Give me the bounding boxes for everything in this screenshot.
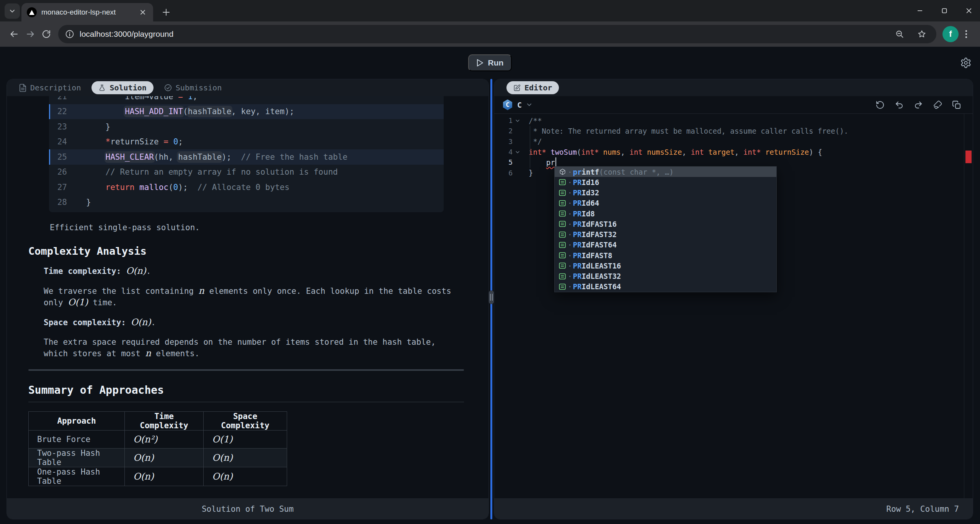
suggestion-item[interactable]: ·PRId16 [555, 177, 776, 187]
code-line: 26 // Return an empty array if no soluti… [49, 165, 444, 180]
panel-resize-divider[interactable] [490, 79, 492, 519]
reload-icon[interactable] [38, 26, 54, 42]
problem-panel: Description Solution Submission [7, 79, 489, 519]
suggestion-item[interactable]: ·PRIdLEAST64 [555, 282, 776, 292]
problem-footer-text: Solution of Two Sum [202, 504, 294, 514]
snippet-icon [558, 283, 567, 290]
table-header-cell: Approach [29, 412, 125, 431]
url-text: localhost:3000/playground [80, 29, 173, 39]
code-line: 25 HASH_CLEAR(hh, hashTable); // Free th… [49, 149, 444, 165]
code-line: 24 *returnSize = 0; [49, 134, 444, 150]
editor-line: 2 * Note: The returned array must be mal… [494, 126, 973, 136]
workspace: Description Solution Submission [7, 79, 973, 519]
problem-tabs: Description Solution Submission [7, 79, 488, 96]
tab-close-icon[interactable] [138, 7, 148, 17]
suggestion-item[interactable]: ·PRId8 [555, 208, 776, 219]
editor-strip: Editor [494, 79, 973, 96]
complexity-paragraphs: Time complexity: O(n).We traverse the li… [28, 265, 464, 359]
browser-toolbar: localhost:3000/playground f [0, 21, 980, 47]
editor-line: 4int* twoSum(int* nums, int numsSize, in… [494, 147, 973, 157]
code-line: 22 HASH_ADD_INT(hashTable, key, item); [49, 104, 444, 120]
reset-icon[interactable] [875, 100, 885, 110]
tab-title: monaco-editor-lsp-next [41, 8, 138, 16]
complexity-paragraph: The extra space required depends on the … [44, 337, 453, 359]
app-header: Run [0, 47, 980, 79]
section-divider [28, 369, 464, 371]
snippet-icon [558, 242, 567, 248]
tab-solution[interactable]: Solution [91, 81, 153, 94]
suggestion-item[interactable]: ·PRIdLEAST32 [555, 271, 776, 282]
solution-code-lines: 21 item→value = 1;22 HASH_ADD_INT(hashTa… [49, 96, 444, 210]
document-icon [19, 84, 26, 92]
c-language-icon: C [503, 100, 513, 110]
profile-avatar[interactable]: f [942, 26, 959, 42]
error-marker [965, 151, 972, 163]
language-picker[interactable]: C C [503, 100, 532, 110]
snippet-icon [558, 221, 567, 227]
snippet-icon [558, 200, 567, 206]
tab-editor-label: Editor [524, 83, 552, 92]
suggestion-item[interactable]: ·PRIdFAST64 [555, 240, 776, 250]
close-window-icon[interactable] [963, 5, 975, 16]
site-info-icon[interactable] [65, 29, 74, 39]
overview-ruler [964, 114, 964, 498]
minimize-icon[interactable] [914, 5, 926, 16]
suggestion-item[interactable]: ·PRIdFAST8 [555, 250, 776, 260]
complexity-title: Complexity Analysis [28, 245, 464, 257]
snippet-icon [558, 190, 567, 196]
zoom-out-icon[interactable] [895, 29, 904, 39]
format-brush-icon[interactable] [933, 100, 942, 110]
flask-icon [98, 84, 106, 92]
copy-icon[interactable] [952, 100, 961, 110]
text-cursor [555, 157, 556, 167]
browser-menu-icon[interactable] [959, 26, 974, 42]
maximize-icon[interactable] [939, 5, 950, 16]
tab-submission[interactable]: Submission [164, 83, 222, 92]
bookmark-star-icon[interactable] [917, 29, 926, 39]
run-button[interactable]: Run [468, 54, 512, 71]
back-icon[interactable] [6, 26, 22, 42]
tab-solution-label: Solution [109, 83, 146, 92]
tab-description[interactable]: Description [19, 83, 81, 92]
resize-handle[interactable] [489, 290, 494, 304]
code-line: 28} [49, 195, 444, 210]
suggestion-item[interactable]: ·printf(const char *, …) [555, 167, 776, 177]
chevron-down-icon [9, 8, 15, 14]
url-bar[interactable]: localhost:3000/playground [58, 25, 936, 43]
table-header-cell: Space Complexity [204, 412, 287, 431]
forward-icon[interactable] [22, 26, 38, 42]
table-row: Two-pass Hash TableO(n)O(n) [29, 449, 287, 467]
tab-search-button[interactable] [5, 3, 20, 19]
complexity-paragraph: We traverse the list containing n elemen… [44, 285, 453, 308]
autocomplete-popup[interactable]: ·printf(const char *, …)·PRId16·PRId32·P… [554, 166, 777, 292]
suggestion-item[interactable]: ·PRId32 [555, 188, 776, 198]
browser-tab[interactable]: monaco-editor-lsp-next [21, 3, 153, 21]
solution-content[interactable]: 21 item→value = 1;22 HASH_ADD_INT(hashTa… [7, 96, 488, 498]
suggestion-item[interactable]: ·PRIdFAST32 [555, 229, 776, 240]
check-circle-icon [164, 84, 172, 92]
table-row: Brute ForceO(n²)O(1) [29, 431, 287, 449]
snippet-icon [558, 231, 567, 238]
play-icon [477, 59, 483, 67]
table-header-cell: Time Complexity [125, 412, 204, 431]
tab-editor[interactable]: Editor [506, 81, 559, 94]
editor-line: 3 */ [494, 136, 973, 147]
complexity-paragraph: Time complexity: O(n). [44, 265, 453, 277]
undo-icon[interactable] [895, 100, 904, 110]
settings-gear-icon[interactable] [960, 57, 972, 69]
snippet-icon [558, 262, 567, 269]
cursor-position-text: Row 5, Column 7 [886, 504, 959, 514]
function-cube-icon [558, 169, 567, 175]
code-line: 23 } [49, 119, 444, 134]
new-tab-button[interactable] [159, 5, 173, 19]
playground-app: Run Description Solution [0, 47, 980, 524]
redo-icon[interactable] [914, 100, 923, 110]
complexity-paragraph: Space complexity: O(n). [44, 317, 453, 328]
suggestion-item[interactable]: ·PRIdFAST16 [555, 219, 776, 229]
code-line: 21 item→value = 1; [49, 96, 444, 104]
site-favicon-icon [27, 7, 37, 17]
chevron-down-icon [526, 102, 532, 108]
suggestion-item[interactable]: ·PRIdLEAST16 [555, 260, 776, 271]
code-editor[interactable]: 1/**2 * Note: The returned array must be… [494, 114, 973, 498]
suggestion-item[interactable]: ·PRId64 [555, 198, 776, 208]
